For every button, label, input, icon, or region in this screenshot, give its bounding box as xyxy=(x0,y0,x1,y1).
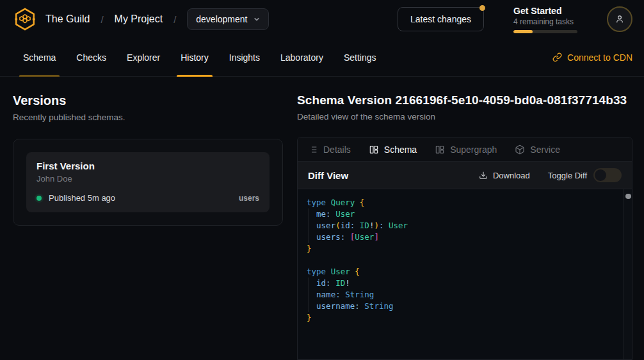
download-label: Download xyxy=(493,171,530,180)
service-badge: users xyxy=(239,194,259,203)
scrollbar-thumb[interactable] xyxy=(625,194,631,199)
tab-label: Supergraph xyxy=(450,145,497,155)
versions-panel: Versions Recently published schemas. Fir… xyxy=(0,77,284,360)
tab-underline xyxy=(177,75,213,77)
get-started-progress xyxy=(513,30,577,33)
tab-label: Details xyxy=(323,145,351,155)
get-started-title: Get Started xyxy=(513,5,577,17)
header-actions: Latest changes Get Started 4 remaining t… xyxy=(398,5,632,33)
version-status: Published 5m ago xyxy=(49,193,115,203)
link-chain-icon xyxy=(552,52,562,62)
version-detail-subtitle: Detailed view of the schema version xyxy=(297,112,632,121)
versions-title: Versions xyxy=(13,93,283,108)
list-icon xyxy=(308,145,318,155)
schema-code-viewer[interactable]: type Query { me: User user(id: ID!): Use… xyxy=(298,189,632,359)
tab-label: Service xyxy=(530,145,560,155)
main-content: Versions Recently published schemas. Fir… xyxy=(0,77,644,360)
get-started-widget[interactable]: Get Started 4 remaining tasks xyxy=(513,5,577,33)
toggle-diff-switch[interactable] xyxy=(593,168,622,182)
nav-tab-label: History xyxy=(181,52,209,63)
user-avatar[interactable] xyxy=(607,6,632,32)
indent-guide xyxy=(309,278,309,312)
published-dot-icon xyxy=(36,196,42,201)
nav-tab-schema[interactable]: Schema xyxy=(13,38,66,76)
nav-tab-explorer[interactable]: Explorer xyxy=(117,38,170,76)
page-nav: Schema Checks Explorer History Insights … xyxy=(0,38,644,77)
target-select[interactable]: development xyxy=(187,8,269,30)
tab-underline xyxy=(225,75,264,77)
chevron-down-icon xyxy=(254,16,260,22)
tab-details[interactable]: Details xyxy=(308,145,351,155)
cdn-link-label: Connect to CDN xyxy=(567,52,632,63)
person-icon xyxy=(615,14,625,24)
nav-tab-laboratory[interactable]: Laboratory xyxy=(270,38,334,76)
tab-underline xyxy=(340,75,380,77)
breadcrumb-project[interactable]: My Project xyxy=(115,13,163,25)
nav-tab-label: Settings xyxy=(344,52,376,63)
nav-tab-label: Checks xyxy=(76,52,106,63)
tab-underline xyxy=(123,75,164,77)
diff-view-header: Diff View Download Toggle Diff xyxy=(298,162,632,189)
nav-tab-history[interactable]: History xyxy=(170,38,219,76)
version-author: John Doe xyxy=(36,174,259,184)
tab-supergraph[interactable]: Supergraph xyxy=(435,145,497,155)
download-icon xyxy=(479,171,488,180)
versions-list: First Version John Doe Published 5m ago … xyxy=(13,139,283,226)
breadcrumb-org[interactable]: The Guild xyxy=(45,13,90,25)
nav-tab-checks[interactable]: Checks xyxy=(66,38,117,76)
nav-tab-settings[interactable]: Settings xyxy=(334,38,387,76)
latest-changes-button[interactable]: Latest changes xyxy=(398,7,484,31)
split-panels-icon xyxy=(369,145,379,155)
nav-tab-label: Schema xyxy=(23,52,56,63)
version-detail-panel: Schema Version 2166196f-5e10-4059-bd0a-0… xyxy=(284,77,644,360)
tab-underline xyxy=(72,75,110,77)
tab-underline xyxy=(19,75,60,77)
app-header: The Guild / My Project / development Lat… xyxy=(0,0,644,38)
breadcrumb: The Guild / My Project / development xyxy=(45,8,269,30)
nav-tab-label: Insights xyxy=(229,52,260,63)
indent-guide xyxy=(309,208,309,243)
download-button[interactable]: Download xyxy=(479,171,530,180)
guild-logo-icon[interactable] xyxy=(13,7,37,31)
tab-label: Schema xyxy=(384,145,417,155)
version-detail-title: Schema Version 2166196f-5e10-4059-bd0a-0… xyxy=(297,93,632,107)
get-started-subtitle: 4 remaining tasks xyxy=(513,17,577,27)
latest-changes-label: Latest changes xyxy=(410,14,471,24)
connect-to-cdn-button[interactable]: Connect to CDN xyxy=(552,38,632,76)
toggle-diff-control: Toggle Diff xyxy=(548,168,622,182)
split-panels-icon xyxy=(435,145,445,155)
versions-subtitle: Recently published schemas. xyxy=(13,113,283,122)
progress-fill xyxy=(513,30,533,33)
code-scrollbar[interactable] xyxy=(624,189,632,359)
tab-underline xyxy=(277,75,327,77)
switch-knob xyxy=(595,169,606,181)
nav-tab-label: Laboratory xyxy=(280,52,323,63)
nav-tab-insights[interactable]: Insights xyxy=(219,38,270,76)
diff-actions: Download Toggle Diff xyxy=(479,168,622,182)
version-list-item[interactable]: First Version John Doe Published 5m ago … xyxy=(26,152,270,212)
code-block: type Query { me: User user(id: ID!): Use… xyxy=(307,197,619,324)
toggle-diff-label: Toggle Diff xyxy=(548,171,587,180)
breadcrumb-separator: / xyxy=(101,14,103,25)
version-status-row: Published 5m ago users xyxy=(36,193,259,203)
version-name: First Version xyxy=(36,160,259,171)
tab-schema[interactable]: Schema xyxy=(369,145,417,155)
breadcrumb-separator: / xyxy=(173,14,176,25)
version-detail-box: Details Schema Supergr xyxy=(297,137,632,360)
diff-view-title: Diff View xyxy=(308,170,348,181)
notification-dot xyxy=(479,5,485,11)
target-select-value: development xyxy=(196,14,247,24)
box-icon xyxy=(515,145,525,155)
detail-tabs: Details Schema Supergr xyxy=(298,137,632,162)
nav-tab-label: Explorer xyxy=(127,52,160,63)
tab-service[interactable]: Service xyxy=(515,145,560,155)
